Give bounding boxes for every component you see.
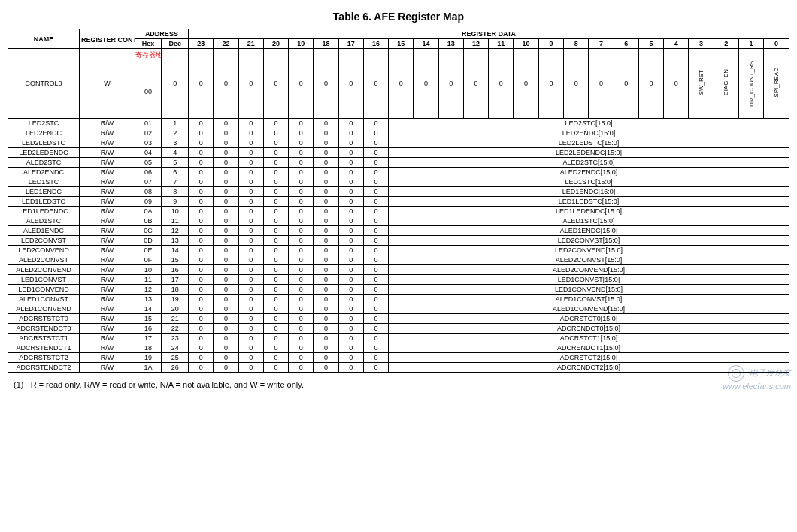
cell-dec: 25 <box>162 353 189 363</box>
cell-bit: 0 <box>289 334 314 343</box>
cell-bit: 0 <box>238 158 263 168</box>
table-row: LED1CONVENDR/W121800000000LED1CONVEND[15… <box>8 285 789 295</box>
cell-name: ADCRSTSTCT2 <box>8 353 80 363</box>
cell-field: LED1LEDENDC[15:0] <box>389 207 789 216</box>
cell-bit: 0 <box>189 324 214 334</box>
cell-field: LED1ENDC[15:0] <box>389 187 789 197</box>
cell-bit: 0 <box>189 158 214 168</box>
cell-bit: 0 <box>363 265 388 275</box>
cell-bit: 0 <box>189 304 214 314</box>
cell-field: LED2ENDC[15:0] <box>389 128 789 138</box>
cell-bit: 0 <box>289 216 314 226</box>
cell-field: ALED1CONVST[15:0] <box>389 295 789 304</box>
cell-bit: 0 <box>214 158 238 168</box>
cell-bit: 0 <box>363 324 388 334</box>
watermark-text1: 电子发烧友 <box>750 368 791 377</box>
header-bit: 13 <box>438 39 463 49</box>
cell-name: LED1STC <box>8 177 80 187</box>
cell-field: LED1CONVEND[15:0] <box>389 285 789 295</box>
cell-bit: 0 <box>338 334 363 343</box>
cell-bit: 0 <box>414 49 438 119</box>
cell-bit: 0 <box>263 168 288 177</box>
cell-bit: 0 <box>189 216 214 226</box>
cell-bit: 0 <box>263 148 288 158</box>
cell-hex: 09 <box>135 197 162 207</box>
header-bit: 6 <box>614 39 638 49</box>
cell-name: ALED2STC <box>8 158 80 168</box>
cell-bit: 0 <box>289 119 314 128</box>
cell-bit: 0 <box>338 158 363 168</box>
cell-bit: 0 <box>289 207 314 216</box>
cell-bit: 0 <box>314 304 338 314</box>
cell-hex: 0B <box>135 216 162 226</box>
table-row: LED1ENDCR/W08800000000LED1ENDC[15:0] <box>8 187 789 197</box>
cell-bit: 0 <box>363 246 388 255</box>
cell-name: LED1CONVEND <box>8 285 80 295</box>
cell-bit: 0 <box>238 324 263 334</box>
cell-bit: 0 <box>363 148 388 158</box>
cell-dec: 20 <box>162 304 189 314</box>
cell-bit: 0 <box>238 148 263 158</box>
cell-bit: 0 <box>214 138 238 148</box>
header-bit: 21 <box>238 39 263 49</box>
table-row: LED2LEDENDCR/W04400000000LED2LEDENDC[15:… <box>8 148 789 158</box>
cell-bit: 0 <box>238 168 263 177</box>
cell-bit: 0 <box>463 49 488 119</box>
cell-bit: 0 <box>263 255 288 265</box>
cell-dec: 4 <box>162 148 189 158</box>
cell-field: ADCRSTCT0[15:0] <box>389 314 789 324</box>
header-bit: 11 <box>489 39 514 49</box>
cell-hex: 16 <box>135 324 162 334</box>
cell-bit: 0 <box>189 207 214 216</box>
cell-name: ADCRSTSTCT0 <box>8 314 80 324</box>
cell-field: ALED1CONVEND[15:0] <box>389 304 789 314</box>
cell-bit: 0 <box>238 295 263 304</box>
cell-bit: 0 <box>363 314 388 324</box>
cell-control: R/W <box>80 168 135 177</box>
cell-bit: 0 <box>314 226 338 236</box>
cell-bit: 0 <box>314 246 338 255</box>
cell-hex: 07 <box>135 177 162 187</box>
cell-field: ALED1STC[15:0] <box>389 216 789 226</box>
header-bit: 16 <box>363 39 388 49</box>
cell-field: ALED1ENDC[15:0] <box>389 226 789 236</box>
cell-dec: 3 <box>162 138 189 148</box>
cell-bit: 0 <box>189 334 214 343</box>
cell-bit: 0 <box>189 138 214 148</box>
cell-bit: 0 <box>189 177 214 187</box>
header-bit: 8 <box>564 39 589 49</box>
cell-bit: 0 <box>314 168 338 177</box>
cell-dec: 6 <box>162 168 189 177</box>
cell-dec: 15 <box>162 255 189 265</box>
watermark-logo-icon <box>728 365 744 382</box>
cell-bit: 0 <box>314 255 338 265</box>
cell-field: ADCRENDCT0[15:0] <box>389 324 789 334</box>
cell-field: ADCRSTCT2[15:0] <box>389 353 789 363</box>
cell-control: R/W <box>80 236 135 246</box>
cell-hex: 05 <box>135 158 162 168</box>
cell-hex: 01 <box>135 119 162 128</box>
cell-bit: 0 <box>363 197 388 207</box>
cell-dec: 9 <box>162 197 189 207</box>
table-row: ALED1CONVSTR/W131900000000ALED1CONVST[15… <box>8 295 789 304</box>
cell-name: LED2CONVEND <box>8 246 80 255</box>
table-row: ADCRSTSTCT0R/W152100000000ADCRSTCT0[15:0… <box>8 314 789 324</box>
cell-control: R/W <box>80 226 135 236</box>
cell-bit: 0 <box>189 265 214 275</box>
cell-bitfield: DIAG_EN <box>714 49 738 119</box>
cell-bit: 0 <box>289 363 314 373</box>
cell-bit: 0 <box>314 216 338 226</box>
cell-dec: 19 <box>162 295 189 304</box>
cell-bit: 0 <box>238 304 263 314</box>
cell-bit: 0 <box>314 353 338 363</box>
cell-control: R/W <box>80 324 135 334</box>
cell-bit: 0 <box>289 236 314 246</box>
header-bit: 20 <box>263 39 288 49</box>
cell-control: R/W <box>80 128 135 138</box>
cell-bit: 0 <box>189 197 214 207</box>
cell-bit: 0 <box>564 49 589 119</box>
cell-bit: 0 <box>214 226 238 236</box>
header-bit: 2 <box>714 39 738 49</box>
table-row: ADCRSTSTCT2R/W192500000000ADCRSTCT2[15:0… <box>8 353 789 363</box>
cell-bit: 0 <box>363 304 388 314</box>
